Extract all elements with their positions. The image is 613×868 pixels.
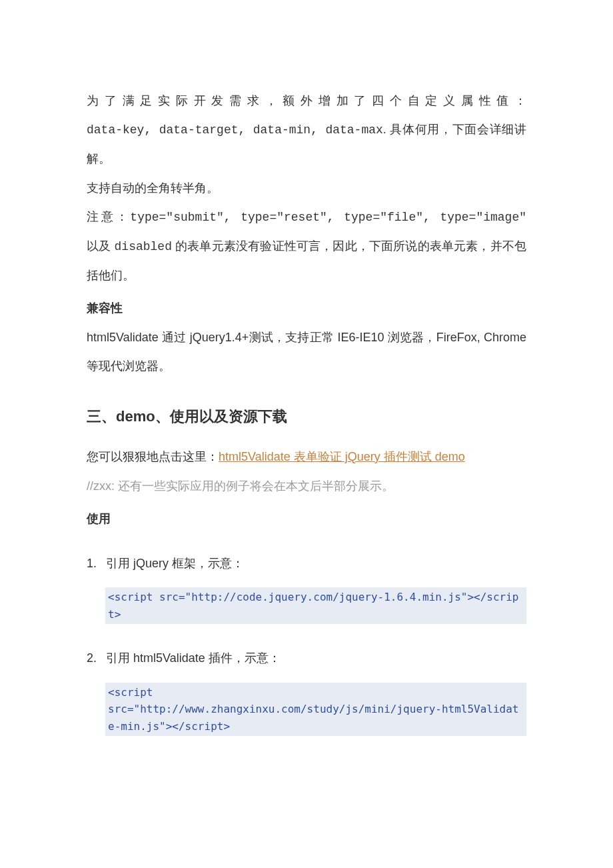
note-mid: 以及 <box>87 239 115 253</box>
paragraph-1-line2: data-key, data-target, data-min, data-ma… <box>87 115 526 173</box>
paragraph-4: html5Validate 通过 jQuery1.4+测试，支持正常 IE6-I… <box>87 323 526 381</box>
demo-intro-pre: 您可以狠狠地点击这里： <box>87 450 219 463</box>
author-note: //zxx: 还有一些实际应用的例子将会在本文后半部分展示。 <box>87 474 526 498</box>
heading-section-3: 三、demo、使用以及资源下载 <box>87 399 526 435</box>
heading-usage: 使用 <box>87 505 526 533</box>
step-text-2: 引用 html5Validate 插件，示意： <box>103 651 281 665</box>
type-list: type="submit", type="reset", type="file"… <box>130 211 526 224</box>
list-item: 1. 引用 jQuery 框架，示意： <script src="http://… <box>87 549 526 624</box>
disabled-word: disabled <box>115 240 172 253</box>
paragraph-2: 支持自动的全角转半角。 <box>87 174 526 203</box>
code-block-2: <script src="http://www.zhangxinxu.com/s… <box>105 683 526 737</box>
code-block-1: <script src="http://code.jquery.com/jque… <box>105 587 526 624</box>
step-text-1: 引用 jQuery 框架，示意： <box>103 557 244 570</box>
ordered-list: 1. 引用 jQuery 框架，示意： <script src="http://… <box>87 549 526 736</box>
step-number-1: 1. <box>87 549 103 578</box>
list-item: 2. 引用 html5Validate 插件，示意： <script src="… <box>87 644 526 736</box>
demo-intro: 您可以狠狠地点击这里：html5Validate 表单验证 jQuery 插件测… <box>87 443 526 471</box>
paragraph-1-line1: 为了满足实际开发需求，额外增加了四个自定义属性值： <box>87 87 526 115</box>
step-number-2: 2. <box>87 644 103 673</box>
demo-link[interactable]: html5Validate 表单验证 jQuery 插件测试 demo <box>219 450 465 463</box>
attr-list: data-key, data-target, data-min, data-ma… <box>87 123 383 137</box>
note-prefix: 注意： <box>87 210 130 223</box>
heading-compat: 兼容性 <box>87 294 526 323</box>
paragraph-3: 注意：type="submit", type="reset", type="fi… <box>87 203 526 291</box>
